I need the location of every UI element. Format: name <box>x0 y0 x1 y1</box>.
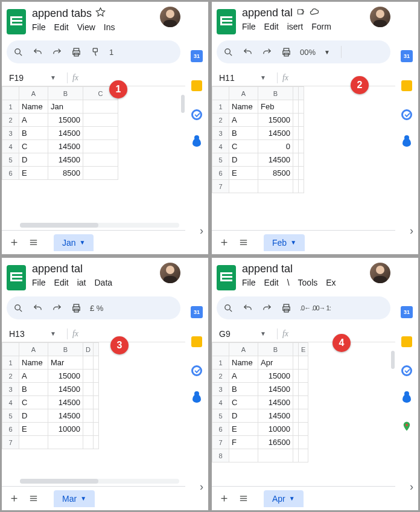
menu-item[interactable]: View <box>77 22 95 32</box>
cell[interactable] <box>299 167 304 180</box>
cell[interactable] <box>48 436 83 449</box>
cell[interactable]: 14500 <box>258 383 293 396</box>
cell[interactable] <box>83 140 118 153</box>
redo-icon[interactable] <box>261 302 272 313</box>
undo-icon[interactable] <box>242 46 253 57</box>
account-avatar[interactable] <box>160 7 180 27</box>
cell[interactable] <box>258 180 293 193</box>
star-icon[interactable] <box>95 7 106 20</box>
cell[interactable]: 14500 <box>258 409 293 423</box>
cell[interactable]: E <box>229 423 258 436</box>
vertical-scrollbar[interactable] <box>391 351 395 369</box>
cell[interactable] <box>293 436 299 449</box>
tasks-icon[interactable] <box>401 365 412 376</box>
cell[interactable]: 0 <box>258 140 293 153</box>
cell[interactable]: Mar <box>48 356 83 370</box>
sheets-logo-icon[interactable] <box>217 265 236 290</box>
cell[interactable]: 15000 <box>258 370 293 383</box>
row-header[interactable]: 7 <box>212 436 229 449</box>
cell[interactable]: D <box>229 153 258 167</box>
spreadsheet-grid[interactable]: ABD1NameMar2A150003B145004C145005D145006… <box>2 342 185 486</box>
redo-icon[interactable] <box>261 46 272 57</box>
cell[interactable] <box>299 423 308 436</box>
cell[interactable] <box>83 114 118 127</box>
column-header[interactable]: A <box>229 343 258 356</box>
menu-item[interactable]: File <box>32 22 46 32</box>
cell[interactable] <box>293 370 299 383</box>
contacts-icon[interactable] <box>192 394 201 403</box>
cell[interactable] <box>93 423 98 436</box>
side-panel-toggle-icon[interactable]: › <box>200 481 203 493</box>
cell[interactable] <box>293 423 299 436</box>
horizontal-scrollbar-track[interactable] <box>20 479 179 484</box>
menu-item[interactable]: File <box>242 278 256 287</box>
redo-icon[interactable] <box>51 46 62 57</box>
keep-icon[interactable] <box>401 336 412 347</box>
document-title[interactable]: append tal <box>242 263 293 275</box>
cell[interactable] <box>83 383 94 396</box>
cloud-status-icon[interactable] <box>309 7 319 19</box>
cell[interactable] <box>299 436 308 449</box>
sheet-tab-active[interactable]: Mar▼ <box>54 490 95 507</box>
cell[interactable] <box>299 409 308 423</box>
cell[interactable]: Name <box>229 356 258 370</box>
calendar-icon[interactable] <box>191 50 203 62</box>
cell[interactable] <box>19 436 48 449</box>
sheets-logo-icon[interactable] <box>7 9 26 34</box>
add-sheet-button[interactable] <box>217 491 231 506</box>
select-all-cell[interactable] <box>212 87 229 100</box>
menu-item[interactable]: File <box>242 22 256 31</box>
keep-icon[interactable] <box>401 80 412 91</box>
all-sheets-button[interactable] <box>26 491 40 506</box>
cell[interactable]: B <box>19 127 48 140</box>
calendar-icon[interactable] <box>401 50 413 62</box>
zoom-level[interactable]: 00% <box>300 48 316 57</box>
account-avatar[interactable] <box>160 263 180 283</box>
cell[interactable] <box>293 127 299 140</box>
cell[interactable] <box>83 167 118 180</box>
move-icon[interactable] <box>296 7 305 19</box>
row-header[interactable]: 4 <box>212 396 229 409</box>
sheet-tab-active[interactable]: Jan▼ <box>54 234 94 251</box>
name-box-dropdown-icon[interactable]: ▼ <box>48 74 62 81</box>
cell[interactable] <box>293 167 299 180</box>
cell[interactable]: D <box>19 409 48 423</box>
side-panel-toggle-icon[interactable]: › <box>200 225 203 237</box>
cell[interactable]: Jan <box>48 100 83 114</box>
account-avatar[interactable] <box>370 263 390 283</box>
menu-item[interactable]: iat <box>77 278 86 287</box>
all-sheets-button[interactable] <box>26 235 40 250</box>
row-header[interactable]: 3 <box>2 383 19 396</box>
maps-icon[interactable] <box>401 421 412 432</box>
search-icon[interactable] <box>223 46 234 57</box>
print-icon[interactable] <box>281 302 291 313</box>
cell[interactable]: A <box>229 114 258 127</box>
undo-icon[interactable] <box>32 302 43 313</box>
cell[interactable]: 14500 <box>48 140 83 153</box>
menu-item[interactable]: Edit <box>264 22 279 31</box>
toolbar-text[interactable]: .0← .00→ 1: <box>300 304 331 312</box>
menu-item[interactable]: Form <box>311 22 331 31</box>
menu-item[interactable]: File <box>32 278 46 287</box>
add-sheet-button[interactable] <box>217 235 231 250</box>
cell[interactable] <box>293 396 299 409</box>
cell[interactable]: D <box>229 409 258 423</box>
cell[interactable]: 10000 <box>48 423 83 436</box>
sheet-tab-active[interactable]: Feb▼ <box>264 234 305 251</box>
cell[interactable] <box>299 180 304 193</box>
cell[interactable]: C <box>229 140 258 153</box>
document-title[interactable]: append tal <box>242 7 293 19</box>
row-header[interactable]: 6 <box>212 167 229 180</box>
cell[interactable]: 8500 <box>258 167 293 180</box>
menu-item[interactable]: Ins <box>104 22 115 32</box>
sheet-tab-dropdown-icon[interactable]: ▼ <box>289 495 295 502</box>
row-header[interactable]: 4 <box>212 140 229 153</box>
cell[interactable]: Name <box>229 100 258 114</box>
cell[interactable]: Name <box>19 356 48 370</box>
row-header[interactable]: 8 <box>212 449 229 462</box>
row-header[interactable]: 1 <box>2 356 19 370</box>
cell[interactable] <box>83 127 118 140</box>
name-box[interactable]: H13 <box>4 329 48 339</box>
cell[interactable] <box>93 409 98 423</box>
cell[interactable] <box>299 127 304 140</box>
